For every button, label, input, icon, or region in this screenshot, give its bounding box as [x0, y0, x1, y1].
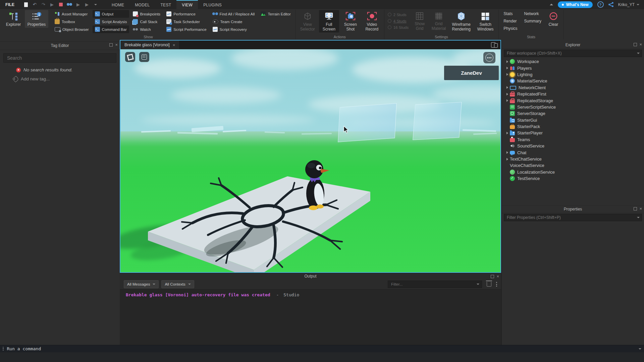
tree-item-starterplayer[interactable]: StarterPlayer [502, 130, 644, 136]
tree-item-soundservice[interactable]: SoundService [502, 143, 644, 149]
properties-filter-input[interactable] [506, 215, 637, 220]
performance-button[interactable]: Performance [164, 10, 209, 18]
expand-icon[interactable] [506, 99, 508, 102]
properties-filter-box[interactable] [504, 214, 642, 221]
tree-item-serverscriptservice[interactable]: ServerScriptService [502, 104, 644, 110]
tree-item-localizationservice[interactable]: LocalizationService [502, 169, 644, 175]
viewport-tab[interactable]: Brekable glass [Voronoi] × [120, 41, 179, 49]
toolbox-button[interactable]: Toolbox [52, 18, 91, 25]
stats-button[interactable]: Stats [501, 10, 520, 17]
tree-item-teams[interactable]: Teams [502, 136, 644, 143]
tree-item-lighting[interactable]: Lighting [502, 71, 644, 78]
output-filter-input[interactable] [390, 282, 477, 287]
terrain-editor-button[interactable]: Terrain Editor [258, 10, 293, 18]
tree-item-startergui[interactable]: StarterGui [502, 117, 644, 123]
screen-shot-button[interactable]: Screen Shot [340, 10, 361, 33]
file-menu[interactable]: FILE [0, 0, 20, 9]
physics-button[interactable]: Physics [501, 25, 520, 32]
expand-icon[interactable] [506, 93, 508, 96]
tree-item-replicatedstorage[interactable]: ReplicatedStorage [502, 97, 644, 104]
collapse-ribbon-icon[interactable] [550, 4, 553, 5]
close-panel-icon[interactable]: × [639, 42, 642, 47]
explorer-button[interactable]: Explorer [3, 10, 23, 28]
tab-plugins[interactable]: PLUGINS [198, 0, 227, 9]
script-recovery-button[interactable]: Script Recovery [210, 25, 257, 33]
script-performance-button[interactable]: Script Performance [164, 25, 209, 33]
close-panel-icon[interactable]: × [115, 43, 118, 47]
share-icon[interactable] [608, 2, 613, 7]
expand-icon[interactable] [506, 132, 508, 134]
tag-search-input[interactable] [6, 55, 113, 61]
command-bar-field[interactable]: Run a command [7, 346, 41, 351]
quickbar-caret-icon[interactable] [93, 2, 98, 7]
output-menu-icon[interactable] [496, 282, 497, 287]
tree-item-workspace[interactable]: Workspace [502, 58, 644, 65]
penguin-character[interactable] [303, 160, 333, 210]
find-all-button[interactable]: Find All / Replace All [210, 10, 257, 18]
find-icon[interactable] [67, 2, 72, 7]
tree-item-players[interactable]: Players [502, 65, 644, 71]
properties-button[interactable]: Properties [25, 10, 48, 28]
switch-windows-button[interactable]: Switch Windows [474, 10, 496, 33]
explorer-filter-box[interactable] [504, 50, 642, 57]
messages-filter-dropdown[interactable]: All Messages [124, 280, 159, 288]
caret-down-icon[interactable] [639, 348, 641, 350]
game-scene[interactable]: ZaneDev ••• [120, 49, 500, 272]
close-panel-icon[interactable]: × [496, 274, 499, 279]
tab-view[interactable]: VIEW [176, 0, 198, 9]
script-analysis-button[interactable]: Script Analysis [93, 18, 129, 25]
asset-manager-button[interactable]: Asset Manager [52, 10, 91, 18]
video-record-button[interactable]: Video Record [362, 10, 382, 33]
summary-button[interactable]: Summary [522, 17, 544, 25]
tree-item-networkclient[interactable]: NetworkClient [502, 84, 644, 91]
roblox-menu-button[interactable] [125, 52, 135, 62]
expand-icon[interactable] [506, 60, 508, 63]
glass-wall[interactable] [413, 102, 462, 140]
object-browser-button[interactable]: Object Browser [52, 25, 91, 33]
undo-icon[interactable]: ↶ [32, 2, 37, 7]
float-panel-icon[interactable] [634, 207, 637, 210]
cracked-glass-platform[interactable] [142, 173, 377, 272]
breakpoints-button[interactable]: Breakpoints [130, 10, 163, 18]
expand-icon[interactable] [506, 86, 508, 89]
wireframe-rendering-button[interactable]: Wireframe Rendering [449, 10, 473, 33]
render-button[interactable]: Render [501, 17, 520, 25]
task-scheduler-button[interactable]: Task Scheduler [164, 18, 209, 25]
tab-test[interactable]: TEST [155, 0, 176, 9]
new-file-icon[interactable] [23, 2, 29, 7]
add-new-tag-row[interactable]: Add new tag... [13, 76, 120, 81]
output-log[interactable]: Brekable glass [Voronoi] auto-recovery f… [120, 289, 501, 345]
clear-stats-button[interactable]: Clear [545, 10, 561, 28]
close-panel-icon[interactable]: × [639, 206, 642, 211]
command-bar-button[interactable]: Command Bar [93, 25, 129, 33]
expand-icon[interactable] [506, 67, 508, 69]
float-panel-icon[interactable] [634, 43, 637, 46]
tag-search-box[interactable] [3, 53, 116, 63]
close-tab-icon[interactable]: × [173, 43, 175, 48]
tree-item-materialservice[interactable]: MaterialService [502, 78, 644, 84]
user-menu[interactable]: Kriko_YT [618, 2, 639, 7]
output-log-line[interactable]: Brekable glass [Voronoi] auto-recovery f… [126, 292, 501, 297]
tree-item-starterpack[interactable]: StarterPack [502, 123, 644, 130]
device-emulation-icon[interactable] [491, 42, 498, 48]
publish-icon[interactable]: ▶ [49, 2, 55, 7]
contexts-filter-dropdown[interactable]: All Contexts [161, 280, 194, 288]
expand-icon[interactable] [506, 151, 508, 154]
tree-item-textchatservice[interactable]: TextChatService [502, 156, 644, 162]
clear-output-icon[interactable] [487, 282, 491, 287]
more-options-button[interactable]: ••• [483, 52, 495, 63]
float-panel-icon[interactable] [491, 275, 494, 278]
tree-item-voicechatservice[interactable]: VoiceChatService [502, 162, 644, 169]
whats-new-button[interactable]: What's New [558, 1, 593, 8]
tree-item-replicatedfirst[interactable]: ReplicatedFirst [502, 91, 644, 97]
explorer-filter-input[interactable] [506, 51, 637, 56]
glass-wall[interactable] [338, 103, 396, 142]
expand-icon[interactable] [506, 158, 508, 161]
tree-item-testservice[interactable]: TestService [502, 175, 644, 182]
chat-toggle-button[interactable] [139, 52, 149, 62]
output-button[interactable]: Output [93, 10, 129, 18]
team-create-button[interactable]: Team Create [210, 18, 257, 25]
stop-icon[interactable] [58, 2, 63, 7]
tab-home[interactable]: HOME [106, 0, 129, 9]
network-button[interactable]: Network [522, 10, 544, 17]
